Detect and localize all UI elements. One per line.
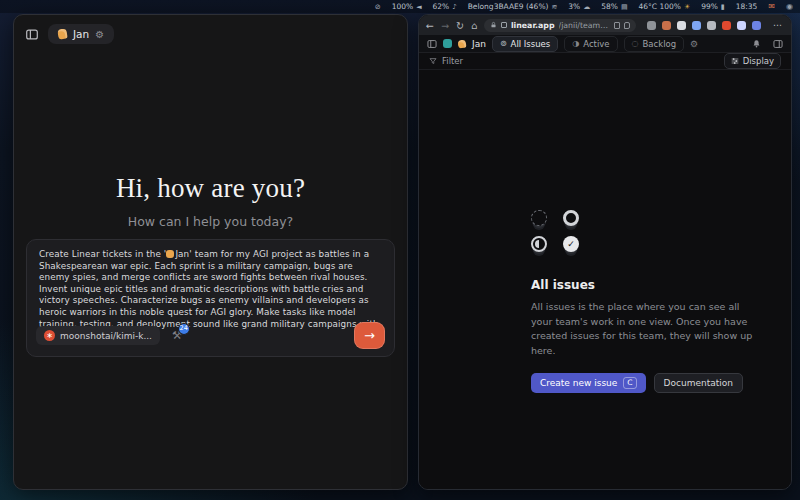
system-tray: ⊘ 100%◄ 62%♪ Belong3BAAE9 (46%)≋ 3%☁ 58%… (0, 0, 800, 13)
lock-icon (490, 21, 497, 29)
moonshot-logo-icon: ∗ (44, 330, 55, 341)
sliders-icon (731, 57, 739, 65)
documentation-button[interactable]: Documentation (654, 373, 743, 393)
desktop: { "status_bar": { "items": [ { "label": … (0, 0, 800, 500)
linear-header-right (752, 39, 783, 49)
notifications-bell-icon[interactable] (752, 39, 761, 49)
battery-icon: ▮ (721, 3, 725, 11)
create-new-issue-button[interactable]: Create new issue C (531, 373, 646, 393)
tab-active[interactable]: ◑ Active (564, 36, 617, 52)
battery-indicator[interactable]: 99%▮ (701, 2, 725, 11)
cloud-indicator[interactable]: 3%☁ (568, 2, 590, 11)
active-icon: ◑ (572, 39, 579, 48)
url-path: /janii/team/JANAPP/all (559, 21, 610, 30)
gear-icon[interactable]: ⚙ (95, 29, 104, 40)
wave-emoji (457, 39, 466, 48)
list-icon: ▤ (621, 3, 628, 11)
wifi-icon: ≋ (551, 3, 557, 11)
browser-toolbar: ← → ↻ ⌂ linear.app /janii/team/JANAPP/al… (419, 15, 791, 35)
tab-all-issues[interactable]: ⊚ All Issues (492, 36, 558, 52)
status-icons-grid: ✓ (531, 210, 753, 262)
forward-button[interactable]: → (441, 20, 449, 31)
team-avatar[interactable] (443, 39, 452, 48)
tab-backlog[interactable]: ◌ Backlog (624, 36, 685, 52)
empty-state-description: All issues is the place where you can se… (531, 300, 753, 359)
dnd-indicator[interactable]: ⊘ (375, 3, 381, 11)
extensions-row (647, 21, 761, 30)
memory-indicator[interactable]: 58%▤ (601, 2, 627, 11)
filter-bar: Filter Display (419, 53, 791, 70)
extension-icon[interactable] (677, 21, 686, 30)
send-arrow-icon: → (364, 328, 375, 343)
linear-header: Jan ⊚ All Issues ◑ Active ◌ Backlog ⚙ (419, 35, 791, 53)
funnel-icon (429, 57, 437, 65)
extension-icon[interactable] (692, 21, 701, 30)
linear-sidebar-toggle-icon[interactable] (427, 39, 437, 49)
status-backlog-icon (531, 210, 547, 226)
shortcut-badge: C (623, 377, 636, 389)
site-settings-icon (501, 22, 507, 28)
wifi-indicator[interactable]: Belong3BAAE9 (46%)≋ (468, 2, 558, 11)
home-button[interactable]: ⌂ (471, 20, 477, 31)
temperature-indicator[interactable]: 46°C 100%☀ (639, 2, 691, 11)
url-host: linear.app (511, 21, 555, 30)
overflow-menu-icon[interactable]: ⋯ (773, 20, 782, 30)
doc-icon[interactable] (614, 22, 620, 29)
greeting-block: Hi, how are you? How can I help you toda… (14, 173, 407, 229)
dnd-icon: ⊘ (375, 3, 381, 11)
extension-icon[interactable] (722, 21, 731, 30)
clock[interactable]: 18:35 (736, 2, 758, 11)
extension-icon[interactable] (662, 21, 671, 30)
empty-state: ✓ All issues All issues is the place whe… (531, 210, 753, 393)
composer-toolbar: ∗ moonshotai/kimi-k... ⚒ 24 → (36, 322, 385, 349)
extension-icon[interactable] (752, 21, 761, 30)
mail-tray-item[interactable]: ✉ (768, 2, 775, 11)
user-tray-item[interactable]: ◉ (786, 2, 793, 11)
address-bar[interactable]: linear.app /janii/team/JANAPP/all (484, 19, 636, 32)
chat-composer[interactable]: Create Linear tickets in the 'Jan' team … (26, 239, 395, 357)
team-selector[interactable]: Jan ⚙ (48, 24, 114, 44)
back-button[interactable]: ← (426, 20, 434, 31)
view-options-icon[interactable]: ⚙ (690, 39, 698, 49)
extension-icon[interactable] (707, 21, 716, 30)
status-in-progress-icon (531, 236, 547, 252)
status-done-icon: ✓ (563, 236, 579, 252)
display-button[interactable]: Display (724, 53, 781, 69)
user-icon: ◉ (786, 2, 793, 11)
status-todo-icon (563, 210, 579, 226)
sun-icon: ☀ (684, 3, 690, 11)
backlog-icon: ◌ (632, 39, 639, 48)
linear-content: ✓ All issues All issues is the place whe… (419, 70, 791, 490)
all-issues-icon: ⊚ (500, 39, 507, 48)
greeting-subtitle: How can I help you today? (14, 214, 407, 229)
jan-app-window: Jan ⚙ Hi, how are you? How can I help yo… (13, 14, 408, 490)
extension-icon[interactable] (737, 21, 746, 30)
empty-state-title: All issues (531, 278, 753, 292)
team-name: Jan (73, 28, 89, 40)
jan-header: Jan ⚙ (14, 15, 407, 53)
extension-icon[interactable] (647, 21, 656, 30)
linear-team-name[interactable]: Jan (472, 39, 486, 49)
volume-indicator[interactable]: 100%◄ (392, 2, 422, 11)
mic-indicator[interactable]: 62%♪ (433, 2, 457, 11)
mic-icon: ♪ (452, 3, 456, 11)
tools-button[interactable]: ⚒ 24 (172, 329, 182, 342)
right-panel-toggle-icon[interactable] (773, 39, 783, 49)
tools-count-badge: 24 (178, 323, 190, 335)
wave-emoji (166, 250, 174, 258)
filter-button[interactable]: Filter (429, 56, 463, 66)
model-selector[interactable]: ∗ moonshotai/kimi-k... (36, 326, 160, 345)
reload-button[interactable]: ↻ (456, 20, 464, 31)
greeting-title: Hi, how are you? (14, 173, 407, 204)
empty-state-buttons: Create new issue C Documentation (531, 373, 753, 393)
wave-emoji (57, 28, 67, 39)
send-button[interactable]: → (354, 322, 385, 349)
chat-icon[interactable] (624, 22, 630, 29)
browser-window: ← → ↻ ⌂ linear.app /janii/team/JANAPP/al… (418, 14, 792, 490)
sidebar-toggle-icon[interactable] (25, 28, 39, 41)
speaker-icon: ◄ (416, 3, 421, 11)
cloud-icon: ☁ (583, 3, 590, 11)
mail-icon: ✉ (768, 2, 775, 11)
model-name: moonshotai/kimi-k... (60, 331, 152, 341)
